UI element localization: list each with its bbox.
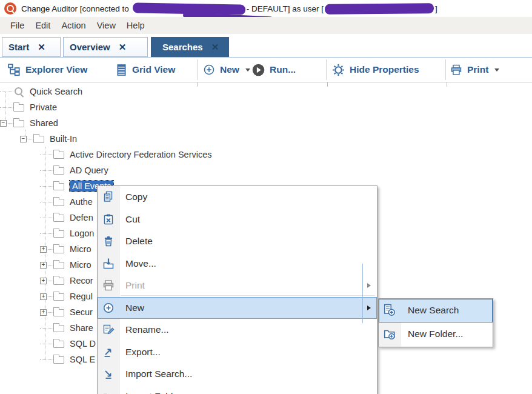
menu-item-print[interactable]: Print [98, 275, 377, 297]
copy-icon [102, 191, 115, 203]
tree-connector [47, 281, 53, 281]
menu-item-label: Export... [125, 347, 161, 358]
menu-item-new[interactable]: New [98, 297, 377, 319]
new-folder-icon [383, 327, 396, 341]
tree-item[interactable]: Share [0, 320, 93, 336]
submenu-item-new-search[interactable]: New Search [379, 299, 493, 322]
dropdown-caret-icon [494, 68, 499, 72]
tree-item-quick-search[interactable]: Quick Search [0, 84, 82, 99]
tree-item-built-in[interactable]: Built-In [0, 131, 77, 147]
tree-item[interactable]: SQL E [0, 352, 95, 367]
tree-item-label: Private [30, 102, 57, 112]
tree-item-shared[interactable]: Shared [0, 115, 58, 131]
menu-help[interactable]: Help [121, 21, 150, 30]
panel-tick [327, 82, 328, 87]
tree-item[interactable]: AD Query [0, 162, 108, 178]
expand-toggle-icon[interactable] [40, 278, 47, 284]
tree-item[interactable]: Recor [0, 273, 93, 289]
menu-item-copy[interactable]: Copy [98, 186, 377, 209]
menu-item-export[interactable]: Export... [98, 341, 377, 364]
new-search-icon [383, 304, 396, 317]
tree-item[interactable]: Micro [0, 241, 91, 257]
tree-item-label: Shared [30, 118, 58, 128]
tree-item[interactable]: Logon [0, 225, 94, 241]
folder-icon [53, 325, 64, 332]
panel-tick [197, 82, 198, 87]
menu-item-label: Copy [125, 192, 147, 202]
menu-item-import-search[interactable]: Import Search... [98, 363, 377, 386]
submenu-item-label: New Folder... [408, 329, 463, 339]
toolbar-separator [326, 59, 327, 80]
tree-item-label: Logon [70, 229, 94, 238]
tree-item-label: Built-In [50, 134, 77, 144]
tree-item[interactable]: Active Directory Federation Services [0, 147, 212, 162]
tree-item[interactable]: Regul [0, 289, 93, 304]
run-label: Run... [270, 64, 296, 75]
submenu-item-new-folder[interactable]: New Folder... [379, 322, 493, 346]
expand-toggle-icon[interactable] [40, 246, 47, 253]
folder-icon [53, 152, 64, 159]
collapse-toggle-icon[interactable] [0, 120, 7, 127]
tab-start[interactable]: Start [2, 37, 61, 57]
folder-icon [53, 183, 64, 190]
menu-file[interactable]: File [5, 21, 30, 30]
collapse-toggle-icon[interactable] [20, 136, 27, 142]
menu-item-cut[interactable]: Cut [98, 209, 377, 231]
menu-item-import-folder[interactable]: Import Folder... [98, 386, 377, 394]
menu-item-label: Rename... [125, 324, 169, 335]
window-title-part1: Change Auditor [connected to [21, 4, 131, 13]
close-icon[interactable] [119, 42, 127, 53]
tree-item[interactable]: Micro [0, 257, 91, 273]
run-button[interactable]: Run... [252, 58, 296, 82]
printer-icon [102, 279, 115, 292]
tab-searches[interactable]: Searches [151, 37, 229, 57]
menu-view[interactable]: View [91, 21, 121, 30]
tree-connector [47, 296, 53, 297]
printer-icon [450, 64, 462, 76]
close-icon[interactable] [211, 42, 219, 53]
print-button[interactable]: Print [450, 58, 499, 82]
expand-toggle-icon[interactable] [40, 309, 47, 316]
tree-connector [40, 218, 53, 218]
explorer-view-button[interactable]: Explorer View [8, 58, 87, 82]
tree-item[interactable]: Defen [0, 210, 93, 225]
close-icon[interactable] [38, 42, 45, 53]
toolbar-separator [197, 59, 198, 80]
new-circle-plus-icon [203, 64, 215, 76]
tree-item-label: Active Directory Federation Services [70, 150, 212, 159]
tree-item-label: Share [70, 323, 93, 333]
tree-item-label: SQL E [70, 355, 95, 364]
submenu-arrow-icon [367, 283, 371, 288]
hide-properties-button[interactable]: Hide Properties [332, 58, 419, 82]
menu-bar: File Edit Action View Help [0, 17, 532, 34]
tree-item[interactable]: Authe [0, 194, 93, 210]
tree-connector [40, 233, 53, 234]
tree-item-private[interactable]: Private [0, 99, 57, 115]
folder-icon [53, 246, 64, 253]
menu-item-rename[interactable]: Rename... [98, 319, 377, 341]
tab-searches-label: Searches [162, 42, 203, 52]
menu-arrow-column-line [362, 264, 363, 323]
menu-edit[interactable]: Edit [30, 21, 56, 30]
explorer-view-icon [8, 64, 21, 76]
change-auditor-logo-icon [4, 2, 16, 15]
menu-item-delete[interactable]: Delete [98, 230, 377, 253]
tab-overview[interactable]: Overview [63, 37, 148, 57]
tree-item-label: Defen [70, 213, 93, 222]
new-button[interactable]: New [203, 58, 250, 82]
panel-tick [447, 82, 447, 87]
tab-overview-label: Overview [70, 42, 110, 52]
tree-item[interactable]: Secur [0, 304, 93, 320]
menu-item-label: Import Folder... [125, 391, 188, 394]
grid-view-button[interactable]: Grid View [116, 58, 175, 82]
tree-connector [47, 265, 53, 265]
gear-icon [332, 64, 345, 76]
tree-connector [40, 186, 53, 187]
menu-item-move[interactable]: Move... [98, 253, 377, 275]
expand-toggle-icon[interactable] [40, 293, 47, 300]
tree-item[interactable]: SQL D [0, 336, 96, 352]
expand-toggle-icon[interactable] [40, 262, 47, 269]
menu-action[interactable]: Action [56, 21, 91, 30]
folder-icon [53, 262, 64, 269]
window-title: Change Auditor [connected to - DEFAULT] … [21, 4, 437, 14]
